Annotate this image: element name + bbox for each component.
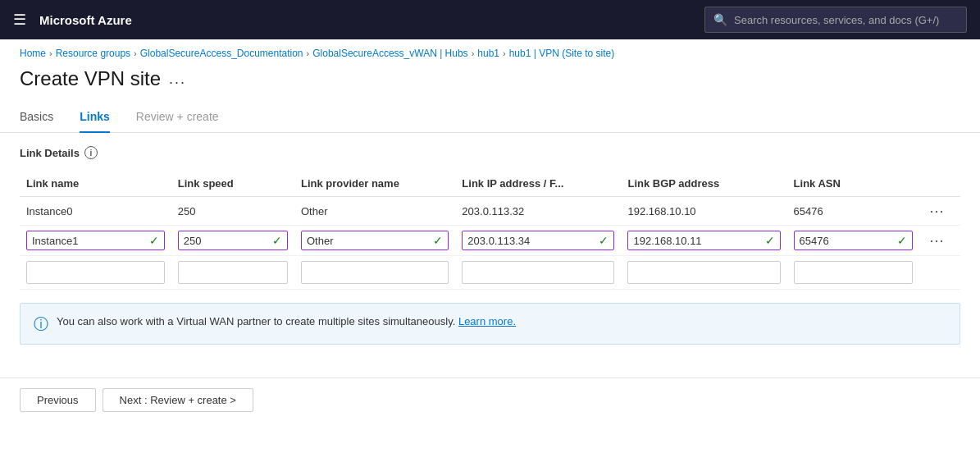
cell-empty-ip	[455, 256, 621, 290]
col-header-asn: Link ASN	[787, 172, 920, 197]
table-row: Instance0 250 Other 203.0.113.32 192.168…	[20, 197, 960, 226]
empty-input-ip[interactable]	[462, 261, 614, 284]
input-asn-1[interactable]	[800, 235, 895, 247]
info-banner-text: You can also work with a Virtual WAN par…	[57, 314, 516, 330]
breadcrumb-sep-3: ›	[307, 48, 310, 58]
input-name-1[interactable]	[32, 235, 146, 247]
section-link-details: Link Details i	[20, 146, 960, 159]
breadcrumb-sep-4: ›	[472, 48, 475, 58]
cell-action-1: ⋯	[919, 226, 960, 256]
cell-provider-0: Other	[294, 197, 455, 226]
input-bgp-1-wrapper: ✓	[627, 231, 780, 250]
next-button[interactable]: Next : Review + create >	[103, 388, 253, 412]
col-header-name: Link name	[20, 172, 171, 197]
tab-links[interactable]: Links	[80, 103, 110, 133]
cell-ip-0: 203.0.113.32	[455, 197, 621, 226]
info-icon[interactable]: i	[84, 146, 98, 159]
cell-bgp-0: 192.168.10.10	[621, 197, 786, 226]
input-asn-1-wrapper: ✓	[794, 231, 914, 250]
input-name-1-wrapper: ✓	[26, 231, 165, 250]
col-header-bgp: Link BGP address	[621, 172, 786, 197]
previous-button[interactable]: Previous	[20, 388, 96, 412]
check-icon-speed-1: ✓	[272, 234, 282, 247]
input-bgp-1[interactable]	[633, 235, 761, 247]
empty-input-provider[interactable]	[301, 261, 449, 284]
breadcrumb-global-secure-access-doc[interactable]: GlobalSecureAccess_Documentation	[140, 48, 303, 59]
check-icon-provider-1: ✓	[433, 234, 443, 247]
search-icon: 🔍	[713, 13, 727, 26]
cell-empty-provider	[294, 256, 455, 290]
cell-name-0: Instance0	[20, 197, 171, 226]
check-icon-ip-1: ✓	[599, 234, 609, 247]
main-content: Link Details i Link name Link speed Link…	[0, 133, 980, 378]
table-row-empty	[20, 256, 960, 290]
check-icon-bgp-1: ✓	[765, 234, 775, 247]
empty-input-name[interactable]	[26, 261, 165, 284]
breadcrumb-vpn[interactable]: hub1 | VPN (Site to site)	[509, 48, 615, 59]
cell-empty-bgp	[621, 256, 786, 290]
row-action-menu-0[interactable]: ⋯	[926, 203, 948, 219]
input-ip-1-wrapper: ✓	[462, 231, 614, 250]
row-action-menu-1[interactable]: ⋯	[926, 232, 948, 249]
col-header-speed: Link speed	[171, 172, 294, 197]
col-header-provider: Link provider name	[294, 172, 455, 197]
app-title: Microsoft Azure	[39, 13, 132, 27]
cell-action-0: ⋯	[919, 197, 960, 226]
breadcrumb: Home › Resource groups › GlobalSecureAcc…	[0, 39, 980, 64]
tab-bar: Basics Links Review + create	[0, 103, 980, 133]
input-speed-1[interactable]	[184, 235, 269, 247]
breadcrumb-home[interactable]: Home	[20, 48, 46, 59]
cell-bgp-1: ✓	[621, 226, 786, 256]
top-bar: ☰ Microsoft Azure 🔍	[0, 0, 980, 39]
info-banner-icon: ⓘ	[34, 314, 48, 334]
cell-speed-0: 250	[171, 197, 294, 226]
input-speed-1-wrapper: ✓	[178, 231, 288, 250]
page-title: Create VPN site	[20, 67, 161, 90]
tab-basics[interactable]: Basics	[20, 103, 53, 133]
input-provider-1[interactable]	[307, 235, 430, 247]
input-provider-1-wrapper: ✓	[301, 231, 449, 250]
empty-input-asn[interactable]	[794, 261, 914, 284]
cell-name-1: ✓	[20, 226, 171, 256]
breadcrumb-vwan-hubs[interactable]: GlobalSecureAccess_vWAN | Hubs	[312, 48, 467, 59]
cell-empty-name	[20, 256, 171, 290]
page-header: Create VPN site ...	[0, 64, 980, 103]
breadcrumb-hub1[interactable]: hub1	[477, 48, 499, 59]
input-ip-1[interactable]	[467, 235, 595, 247]
footer-buttons: Previous Next : Review + create >	[0, 378, 980, 425]
cell-provider-1: ✓	[294, 226, 455, 256]
table-header-row: Link name Link speed Link provider name …	[20, 172, 960, 197]
links-table: Link name Link speed Link provider name …	[20, 172, 960, 290]
cell-empty-action	[919, 256, 960, 290]
empty-input-bgp[interactable]	[627, 261, 780, 284]
search-input[interactable]	[734, 14, 958, 26]
table-row: ✓ ✓ ✓	[20, 226, 960, 256]
breadcrumb-sep-1: ›	[49, 48, 52, 58]
search-box: 🔍	[704, 7, 967, 33]
page-more-icon[interactable]: ...	[169, 71, 186, 88]
info-banner-learn-more-link[interactable]: Learn more.	[458, 315, 516, 327]
empty-input-speed[interactable]	[178, 261, 288, 284]
breadcrumb-resource-groups[interactable]: Resource groups	[56, 48, 130, 59]
cell-speed-1: ✓	[171, 226, 294, 256]
cell-empty-speed	[171, 256, 294, 290]
check-icon-name-1: ✓	[149, 234, 159, 247]
cell-empty-asn	[787, 256, 920, 290]
col-header-action	[919, 172, 960, 197]
breadcrumb-sep-2: ›	[134, 48, 137, 58]
cell-asn-1: ✓	[787, 226, 920, 256]
cell-ip-1: ✓	[455, 226, 621, 256]
col-header-ip: Link IP address / F...	[455, 172, 621, 197]
breadcrumb-sep-5: ›	[503, 48, 506, 58]
hamburger-icon[interactable]: ☰	[13, 11, 26, 29]
cell-asn-0: 65476	[787, 197, 920, 226]
tab-review-create[interactable]: Review + create	[136, 103, 219, 133]
info-banner: ⓘ You can also work with a Virtual WAN p…	[20, 303, 960, 345]
check-icon-asn-1: ✓	[897, 234, 907, 247]
